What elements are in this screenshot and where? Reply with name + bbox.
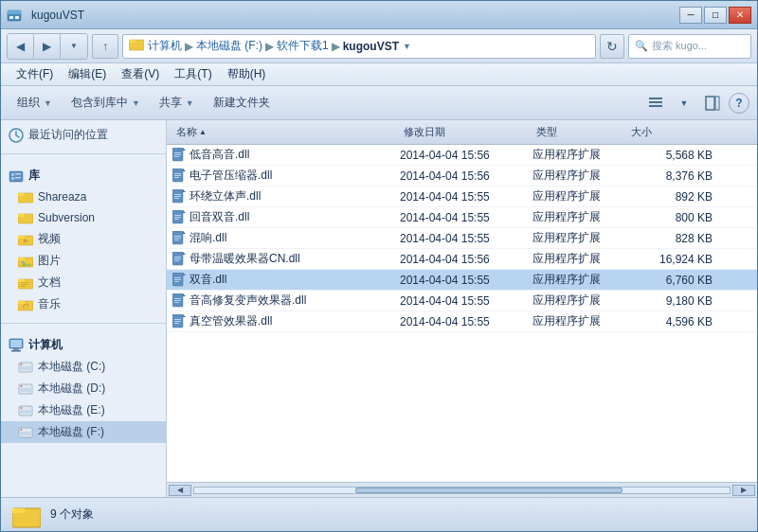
svg-rect-88 [174,298,181,299]
col-header-size[interactable]: 大小 [627,125,713,139]
up-button[interactable]: ↑ [92,34,118,59]
library-icon [9,168,24,184]
file-date-cell: 2014-04-04 15:56 [400,149,532,162]
table-row[interactable]: 音高修复变声效果器.dll 2014-04-04 15:55 应用程序扩展 9,… [167,291,757,311]
maximize-button[interactable]: □ [704,7,727,24]
sidebar-item-recent[interactable]: 最近访问的位置 [1,124,166,146]
hscroll-right-btn[interactable]: ▶ [732,485,755,496]
table-row[interactable]: 混响.dll 2014-04-04 15:55 应用程序扩展 828 KB [167,228,757,249]
sidebar-item-document[interactable]: 文档 [1,272,166,293]
dll-file-icon [172,189,186,204]
sidebar-item-drive-f[interactable]: 本地磁盘 (F:) [1,421,166,443]
hscroll-right-icon: ▶ [741,486,747,494]
document-label: 文档 [38,275,61,291]
organize-button[interactable]: 组织 ▼ [9,90,61,116]
menu-tools[interactable]: 工具(T) [167,64,219,84]
menu-file[interactable]: 文件(F) [9,64,61,84]
close-button[interactable]: ✕ [729,7,751,24]
svg-rect-75 [174,239,179,240]
svg-rect-37 [13,348,19,350]
svg-rect-63 [174,194,181,195]
new-folder-button[interactable]: 新建文件夹 [205,90,279,116]
svg-rect-95 [174,323,179,324]
menu-view[interactable]: 查看(V) [114,64,167,84]
forward-button[interactable]: ▶ [34,34,61,59]
view-details-button[interactable] [643,91,668,115]
horizontal-scrollbar[interactable]: ◀ ▶ [167,482,757,497]
svg-point-47 [21,407,23,409]
sidebar-item-drive-e[interactable]: 本地磁盘 (E:) [1,399,166,421]
table-row[interactable]: 回音双音.dll 2014-04-04 15:55 应用程序扩展 800 KB [167,207,757,228]
table-row[interactable]: 低音高音.dll 2014-04-04 15:56 应用程序扩展 5,568 K… [167,145,757,166]
svg-rect-9 [706,97,714,110]
col-header-type[interactable]: 类型 [532,125,627,139]
sidebar-item-music[interactable]: 音乐 [1,293,166,315]
preview-button[interactable] [700,91,725,115]
share-label: 共享 [159,95,182,111]
status-bar: 9 个对象 [1,497,757,531]
table-row[interactable]: 母带温暖效果器CN.dll 2014-04-04 15:56 应用程序扩展 16… [167,249,757,270]
file-size-cell: 8,376 KB [627,169,713,183]
file-type-text: 应用程序扩展 [532,251,601,267]
video-folder-icon [18,232,33,247]
file-type-cell: 应用程序扩展 [532,209,627,225]
include-library-button[interactable]: 包含到库中 ▼ [63,90,149,116]
svg-marker-87 [183,293,186,296]
table-row[interactable]: 真空管效果器.dll 2014-04-04 15:55 应用程序扩展 4,596… [167,311,757,332]
svg-marker-62 [183,189,186,192]
dropdown-button[interactable]: ▼ [61,34,87,59]
table-row[interactable]: 电子管压缩器.dll 2014-04-04 15:56 应用程序扩展 8,376… [167,166,757,186]
sidebar-item-shareaza[interactable]: Shareaza [1,186,166,207]
sidebar-item-subversion[interactable]: Subversion [1,207,166,228]
up-icon: ↑ [102,40,108,53]
svg-rect-12 [9,171,23,182]
recent-section: 最近访问的位置 [1,120,166,150]
file-name-text: 双音.dll [190,272,226,288]
file-name-cell: 真空管效果器.dll [172,313,400,329]
include-arrow-icon: ▼ [132,98,140,108]
sidebar-item-drive-d[interactable]: 本地磁盘 (D:) [1,378,166,399]
drive-c-icon [18,360,33,375]
file-type-text: 应用程序扩展 [532,168,601,184]
file-list-body[interactable]: 低音高音.dll 2014-04-04 15:56 应用程序扩展 5,568 K… [167,145,757,482]
file-type-cell: 应用程序扩展 [532,293,627,309]
minimize-button[interactable]: ─ [679,7,702,24]
title-text: kugouVST [27,9,679,22]
window-icon [7,8,22,23]
svg-rect-15 [15,173,21,175]
list-view-icon [648,96,663,111]
svg-rect-89 [174,300,181,301]
sidebar-item-drive-c[interactable]: 本地磁盘 (C:) [1,356,166,378]
file-size-cell: 800 KB [627,211,713,224]
file-date-cell: 2014-04-04 15:55 [400,294,532,308]
col-header-date[interactable]: 修改日期 [400,125,532,139]
svg-marker-72 [183,231,186,234]
svg-rect-36 [10,340,22,347]
search-bar[interactable]: 🔍 搜索 kugo... [628,34,751,59]
sidebar-item-picture[interactable]: 图片 [1,250,166,272]
svg-rect-90 [174,302,179,303]
back-button[interactable]: ◀ [8,34,34,59]
view-dropdown-button[interactable]: ▼ [672,91,696,115]
hscroll-thumb[interactable] [355,488,623,493]
breadcrumb[interactable]: 计算机 ▶ 本地磁盘 (F:) ▶ 软件下载1 ▶ kugouVST ▼ [122,34,596,59]
file-name-cell: 混响.dll [172,230,400,246]
table-row[interactable]: 环绕立体声.dll 2014-04-04 15:55 应用程序扩展 892 KB [167,186,757,207]
menu-edit[interactable]: 编辑(E) [61,64,114,84]
refresh-button[interactable]: ↻ [600,34,624,59]
svg-rect-73 [174,236,181,237]
status-count: 9 个对象 [50,506,94,523]
include-label: 包含到库中 [71,95,128,111]
col-header-name[interactable]: 名称 ▲ [172,125,400,139]
menu-help[interactable]: 帮助(H) [220,64,274,84]
svg-rect-16 [15,177,21,179]
dll-file-icon [172,273,186,288]
file-type-cell: 应用程序扩展 [532,313,627,329]
help-button[interactable]: ? [729,93,749,114]
hscroll-left-btn[interactable]: ◀ [169,485,191,496]
share-button[interactable]: 共享 ▼ [151,90,203,116]
sidebar-item-video[interactable]: 视频 [1,228,166,250]
file-size-text: 5,568 KB [666,149,713,162]
hscroll-track[interactable] [193,487,731,494]
table-row[interactable]: 双音.dll 2014-04-04 15:55 应用程序扩展 6,760 KB [167,270,757,291]
